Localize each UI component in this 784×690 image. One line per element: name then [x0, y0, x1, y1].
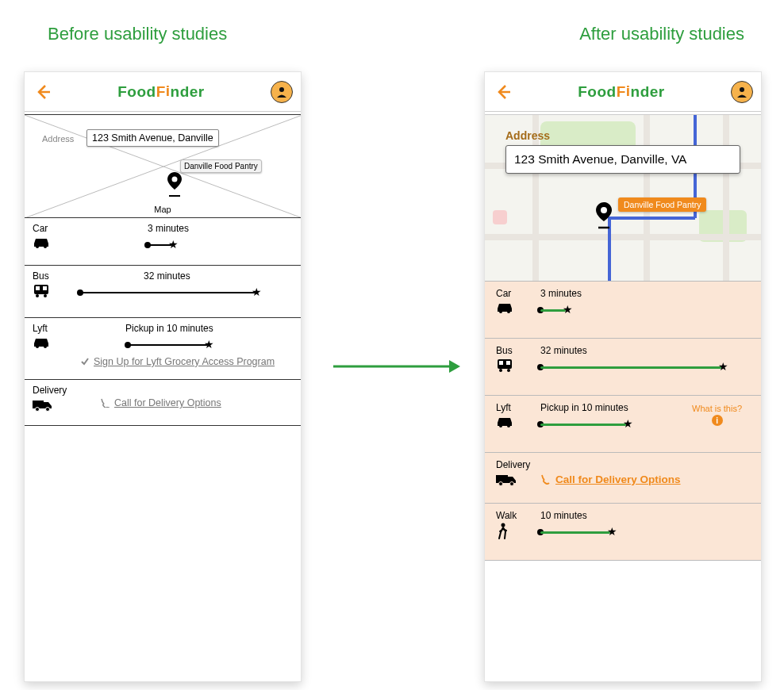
row-title: Car: [496, 288, 750, 299]
transport-row-car[interactable]: Car 3 minutes ★: [485, 282, 761, 339]
svg-rect-11: [36, 286, 40, 290]
before-mockup: FoodFinder Address 123 Smith Avenue, Dan…: [24, 71, 302, 682]
svg-rect-12: [43, 286, 47, 290]
map-pin-label: Danville Food Pantry: [618, 197, 706, 212]
map-pin-label: Danville Food Pantry: [180, 159, 262, 173]
svg-point-22: [601, 207, 607, 213]
info-icon: i: [712, 415, 723, 426]
transport-row-walk[interactable]: Walk 10 minutes ★: [485, 504, 761, 561]
svg-point-19: [46, 408, 50, 412]
svg-point-30: [507, 369, 510, 372]
avatar-icon[interactable]: [271, 81, 293, 103]
svg-point-21: [740, 87, 744, 92]
what-is-this-button[interactable]: What is this? i: [692, 404, 742, 426]
back-icon[interactable]: [493, 82, 512, 102]
transport-row-car[interactable]: Car 3 minutes ★: [25, 218, 301, 266]
svg-point-32: [507, 424, 510, 427]
duration-label: 10 minutes: [540, 510, 587, 521]
transition-arrow-icon: [333, 357, 460, 379]
row-title: Delivery: [496, 459, 750, 470]
row-title: Bus: [496, 345, 750, 356]
transport-row-lyft[interactable]: Lyft Pickup in 10 minutes ★ What is this…: [485, 396, 761, 453]
address-input[interactable]: 123 Smith Avenue, Danville, VA: [505, 145, 740, 174]
duration-label: 3 minutes: [540, 288, 582, 299]
map-label: Map: [154, 205, 171, 214]
lyft-signup-link[interactable]: Sign Up for Lyft Grocery Access Program: [80, 356, 275, 367]
transport-row-delivery[interactable]: Delivery Call for Delivery Options: [25, 380, 301, 426]
topbar: FoodFinder: [485, 72, 761, 112]
svg-point-9: [44, 245, 47, 248]
avatar-icon[interactable]: [731, 81, 753, 103]
svg-point-13: [36, 294, 39, 297]
svg-point-24: [499, 310, 502, 313]
svg-point-18: [36, 408, 40, 412]
app-logo: FoodFinder: [578, 83, 665, 101]
svg-rect-27: [499, 361, 503, 365]
svg-point-8: [36, 245, 39, 248]
svg-marker-1: [449, 360, 460, 373]
svg-point-14: [44, 294, 47, 297]
topbar: FoodFinder: [25, 72, 301, 112]
call-delivery-link[interactable]: Call for Delivery Options: [540, 473, 681, 485]
duration-label: 32 minutes: [144, 270, 190, 282]
heading-after: After usability studies: [579, 24, 744, 44]
address-label: Address: [42, 134, 74, 144]
map-pin-icon: [596, 202, 612, 229]
call-delivery-link[interactable]: Call for Delivery Options: [100, 397, 221, 408]
app-logo: FoodFinder: [117, 83, 205, 101]
after-mockup: FoodFinder Address 123 Smith Avenue, Dan…: [484, 71, 762, 682]
svg-point-3: [279, 87, 284, 92]
phone-icon: [540, 474, 551, 485]
svg-point-29: [499, 369, 502, 372]
phone-icon: [100, 398, 110, 408]
svg-point-31: [499, 424, 502, 427]
duration-label: Pickup in 10 minutes: [540, 402, 628, 413]
map-pin-icon: [167, 172, 182, 197]
svg-point-15: [36, 345, 39, 348]
row-title: Delivery: [33, 385, 293, 396]
duration-label: 3 minutes: [148, 223, 189, 234]
svg-point-34: [499, 482, 503, 486]
walk-icon: [496, 523, 750, 543]
svg-point-35: [510, 482, 514, 486]
duration-label: Pickup in 10 minutes: [125, 323, 213, 334]
transport-row-delivery[interactable]: Delivery Call for Delivery Options: [485, 453, 761, 504]
svg-point-6: [172, 177, 178, 182]
heading-before: Before usability studies: [48, 24, 227, 44]
duration-label: 32 minutes: [540, 345, 587, 356]
svg-point-25: [507, 310, 510, 313]
map-view[interactable]: Address 123 Smith Avenue, Danville, VA D…: [485, 115, 761, 282]
transport-row-bus[interactable]: Bus 32 minutes ★: [485, 339, 761, 396]
address-label: Address: [505, 129, 740, 142]
back-icon[interactable]: [33, 82, 52, 102]
car-icon: [496, 301, 750, 316]
address-input[interactable]: 123 Smith Avenue, Danville: [86, 129, 219, 147]
transport-row-bus[interactable]: Bus 32 minutes ★: [25, 266, 301, 318]
transport-row-lyft[interactable]: Lyft Pickup in 10 minutes ★ Sign Up for …: [25, 318, 301, 380]
row-title: Walk: [496, 510, 750, 521]
check-icon: [80, 357, 90, 366]
svg-point-16: [44, 345, 47, 348]
svg-rect-28: [506, 361, 510, 365]
before-map-placeholder: Address 123 Smith Avenue, Danville Danvi…: [25, 115, 301, 218]
svg-point-36: [502, 523, 505, 527]
